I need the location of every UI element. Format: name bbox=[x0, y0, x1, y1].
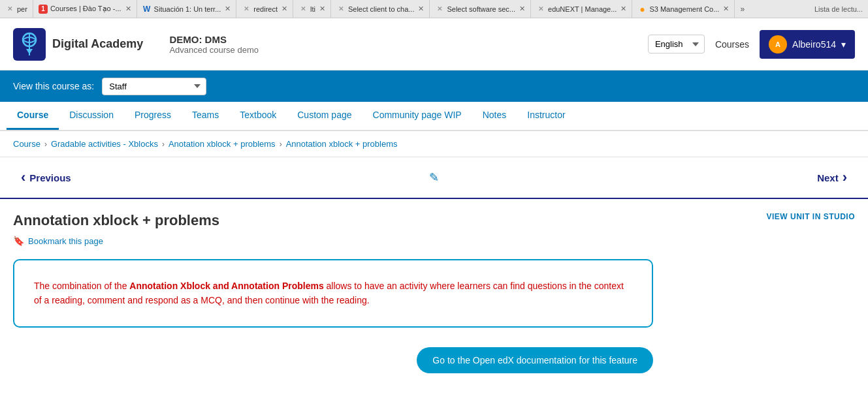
tab-custom-page[interactable]: Custom page bbox=[287, 102, 362, 130]
tab-edunext-favicon: ✕ bbox=[536, 5, 545, 14]
tab-select-client-label: Select client to cha... bbox=[348, 5, 415, 13]
tab-bar-list[interactable]: Lista de lectu... bbox=[809, 5, 868, 13]
content-text-bold: Annotation Xblock and Annotation Problem… bbox=[129, 281, 323, 291]
previous-label: Previous bbox=[29, 172, 71, 183]
edit-icon[interactable]: ✎ bbox=[429, 171, 439, 184]
bottom-btn-area: Go to the Open edX documentation for thi… bbox=[13, 347, 653, 386]
user-dropdown-icon: ▾ bbox=[841, 39, 846, 50]
language-select[interactable]: English Spanish French bbox=[648, 35, 705, 54]
header-center: DEMO: DMS Advanced course demo bbox=[169, 34, 648, 55]
tab-instructor[interactable]: Instructor bbox=[517, 102, 575, 130]
tab-community[interactable]: Community page WIP bbox=[362, 102, 472, 130]
tab-lti[interactable]: ✕ lti ✕ bbox=[293, 0, 331, 18]
tab-select-client[interactable]: ✕ Select client to cha... ✕ bbox=[331, 0, 430, 18]
tab-s3[interactable]: ● S3 Management Co... ✕ bbox=[632, 0, 735, 18]
tab-textbook[interactable]: Textbook bbox=[229, 102, 287, 130]
breadcrumb-course[interactable]: Course bbox=[13, 139, 40, 149]
tab-redirect-close[interactable]: ✕ bbox=[281, 5, 287, 13]
nav-center: ✎ bbox=[429, 170, 439, 185]
tab-lti-close[interactable]: ✕ bbox=[319, 5, 325, 13]
header: Digital Academy DEMO: DMS Advanced cours… bbox=[0, 18, 868, 70]
tab-edunext-close[interactable]: ✕ bbox=[620, 5, 626, 13]
tab-select-software-close[interactable]: ✕ bbox=[519, 5, 525, 13]
content-box: The combination of the Annotation Xblock… bbox=[13, 259, 653, 328]
next-button[interactable]: Next bbox=[809, 164, 855, 191]
nav-tabs: Course Discussion Progress Teams Textboo… bbox=[0, 102, 868, 131]
tab-s3-favicon: ● bbox=[637, 5, 647, 14]
breadcrumb-anotation[interactable]: Anotation xblock + problems bbox=[169, 139, 276, 149]
user-name: Albeiro514 bbox=[792, 39, 836, 50]
tab-courses-label: Courses | Đào Tạo -... bbox=[50, 5, 121, 13]
breadcrumb: Course › Gradable activities - Xblocks ›… bbox=[0, 131, 868, 157]
view-bar-label: View this course as: bbox=[13, 81, 94, 91]
tab-select-client-close[interactable]: ✕ bbox=[418, 5, 424, 13]
header-right: English Spanish French Courses A Albeiro… bbox=[648, 30, 855, 59]
next-label: Next bbox=[817, 172, 839, 183]
avatar: A bbox=[769, 35, 787, 54]
tab-discussion[interactable]: Discussion bbox=[59, 102, 124, 130]
tab-situacion-favicon: W bbox=[142, 5, 152, 14]
logo-area: Digital Academy bbox=[13, 28, 143, 61]
logo-text: Digital Academy bbox=[52, 37, 143, 51]
browser-tab-bar: ✕ per 1 Courses | Đào Tạo -... ✕ W Situa… bbox=[0, 0, 868, 18]
tab-redirect[interactable]: ✕ redirect ✕ bbox=[236, 0, 293, 18]
content-text-before: The combination of the bbox=[34, 281, 129, 291]
tab-redirect-favicon: ✕ bbox=[242, 5, 251, 14]
previous-button[interactable]: Previous bbox=[13, 164, 79, 191]
tab-lti-favicon: ✕ bbox=[298, 5, 308, 14]
tab-edunext-label: eduNEXT | Manage... bbox=[548, 5, 617, 13]
nav-arrows: Previous ✎ Next bbox=[0, 157, 868, 199]
breadcrumb-sep-3: › bbox=[280, 140, 282, 149]
view-as-select[interactable]: Staff Student Specific student bbox=[102, 78, 206, 95]
content-header: Annotation xblock + problems VIEW UNIT I… bbox=[13, 212, 855, 229]
tab-situacion-label: Situación 1: Un terr... bbox=[154, 5, 221, 13]
bookmark-label: Bookmark this page bbox=[28, 236, 103, 246]
tab-select-software-favicon: ✕ bbox=[435, 5, 444, 14]
tab-courses[interactable]: 1 Courses | Đào Tạo -... ✕ bbox=[33, 0, 137, 18]
tab-courses-close[interactable]: ✕ bbox=[125, 5, 131, 13]
page-title: Annotation xblock + problems bbox=[13, 212, 219, 229]
tab-lti-label: lti bbox=[310, 5, 315, 13]
user-button[interactable]: A Albeiro514 ▾ bbox=[760, 30, 855, 59]
breadcrumb-sep-2: › bbox=[162, 140, 165, 149]
tab-course[interactable]: Course bbox=[7, 102, 59, 130]
tab-teams[interactable]: Teams bbox=[182, 102, 229, 130]
view-unit-studio-link[interactable]: VIEW UNIT IN STUDIO bbox=[767, 212, 856, 221]
tab-per-favicon: ✕ bbox=[5, 5, 14, 14]
breadcrumb-gradable[interactable]: Gradable activities - Xblocks bbox=[51, 139, 158, 149]
doc-button[interactable]: Go to the Open edX documentation for thi… bbox=[417, 347, 653, 373]
demo-subtitle: Advanced course demo bbox=[169, 45, 648, 55]
tab-select-software-label: Select software sec... bbox=[447, 5, 515, 13]
bookmark-icon: 🔖 bbox=[13, 236, 24, 246]
breadcrumb-sep-1: › bbox=[44, 140, 47, 149]
tab-progress[interactable]: Progress bbox=[124, 102, 182, 130]
bookmark-link[interactable]: 🔖 Bookmark this page bbox=[13, 236, 855, 246]
tab-s3-close[interactable]: ✕ bbox=[723, 5, 729, 13]
tab-select-software[interactable]: ✕ Select software sec... ✕ bbox=[430, 0, 531, 18]
tab-notes[interactable]: Notes bbox=[472, 102, 517, 130]
tab-select-client-favicon: ✕ bbox=[336, 5, 346, 14]
logo-icon bbox=[13, 28, 46, 61]
tab-edunext[interactable]: ✕ eduNEXT | Manage... ✕ bbox=[531, 0, 632, 18]
tab-redirect-label: redirect bbox=[253, 5, 278, 13]
tab-situacion-close[interactable]: ✕ bbox=[225, 5, 231, 13]
tab-situacion[interactable]: W Situación 1: Un terr... ✕ bbox=[137, 0, 237, 18]
main-content: Annotation xblock + problems VIEW UNIT I… bbox=[0, 199, 868, 399]
demo-title: DEMO: DMS bbox=[169, 34, 648, 45]
tab-s3-label: S3 Management Co... bbox=[649, 5, 719, 13]
view-bar: View this course as: Staff Student Speci… bbox=[0, 70, 868, 102]
tab-bar-more[interactable]: » bbox=[735, 5, 750, 14]
tab-per-label: per bbox=[17, 5, 27, 13]
breadcrumb-current: Annotation xblock + problems bbox=[286, 139, 398, 149]
courses-link[interactable]: Courses bbox=[715, 39, 749, 50]
tab-courses-badge: 1 bbox=[39, 5, 48, 14]
tab-per[interactable]: ✕ per bbox=[0, 0, 33, 18]
